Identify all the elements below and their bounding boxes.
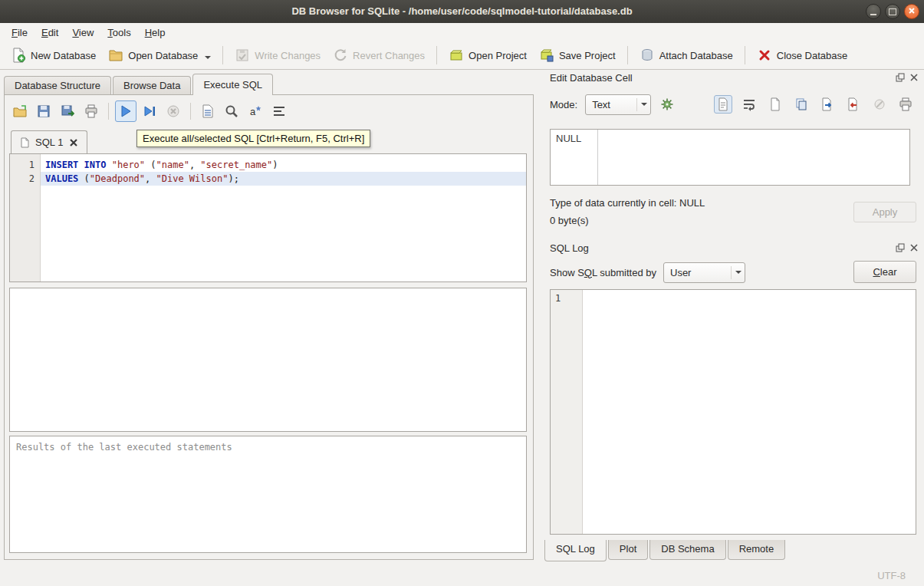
submitted-by-select[interactable]: User [663,262,745,283]
main-toolbar: New Database Open Database Write Changes… [0,41,924,70]
export-content-button[interactable] [844,95,863,114]
print-sql-button[interactable] [81,100,102,122]
toolbar-separator [745,46,745,64]
open-database-icon [108,48,123,63]
print-icon [899,97,912,111]
find-replace-button[interactable] [221,100,242,122]
log-content [583,290,916,534]
open-database-dropdown-icon[interactable] [205,56,211,59]
sql-document-icon [19,137,30,148]
menu-view[interactable]: View [65,25,100,41]
copy-button[interactable] [792,95,811,114]
word-wrap-button[interactable] [740,95,758,114]
attach-database-button[interactable]: Attach Database [633,44,739,67]
mode-select[interactable]: Text [585,94,651,115]
clear-log-button[interactable]: Clear [853,261,916,283]
maximize-button[interactable] [885,4,900,19]
blank-document-icon [768,97,782,111]
save-sql-file-button[interactable] [33,100,54,122]
edit-cell-toolbar [714,95,915,114]
tab-database-structure[interactable]: Database Structure [4,76,111,95]
window-controls [866,4,919,19]
attach-database-icon [640,48,655,63]
svg-text:a: a [250,106,256,117]
edit-cell-close-button[interactable] [909,72,919,83]
open-project-button[interactable]: Open Project [442,44,533,67]
stop-execution-icon [166,104,180,118]
line-number: 2 [10,172,40,186]
execute-current-line-button[interactable] [139,100,160,122]
sql-log-title: SQL Log [550,242,892,254]
format-sql-button[interactable] [268,100,290,122]
execute-sql-page: a SQL 1 1 2 INSERT INTO " [4,94,534,560]
revert-changes-button: Revert Changes [327,44,431,67]
open-project-icon [449,48,464,63]
right-panel: Edit Database Cell Mode: Text [541,69,924,568]
menu-tools[interactable]: Tools [100,25,137,41]
export-icon [847,97,860,111]
app-window: DB Browser for SQLite - /home/user/code/… [0,0,924,586]
print-cell-button[interactable] [896,95,915,114]
auto-complete-button[interactable]: a [245,100,266,122]
dock-tab-remote[interactable]: Remote [728,540,786,560]
code-line-2: VALUES ("Deadpond", "Dive Wilson"); [41,172,526,186]
execute-tooltip: Execute all/selected SQL [Ctrl+Return, F… [136,130,370,147]
window-title: DB Browser for SQLite - /home/user/code/… [0,0,924,23]
toolbar-separator [190,103,191,120]
write-changes-button: Write Changes [229,44,327,67]
dock-tab-db-schema[interactable]: DB Schema [649,540,725,560]
sql-document-tab[interactable]: SQL 1 [11,130,87,153]
format-sql-icon [272,104,286,118]
save-project-button[interactable]: Save Project [533,44,622,67]
cell-size-info: 0 byte(s) [550,215,589,226]
menubar: File Edit View Tools Help [0,23,924,41]
menu-file[interactable]: File [5,25,35,41]
import-content-button[interactable] [818,95,837,114]
open-database-button[interactable]: Open Database [102,44,217,67]
results-message-area: Results of the last executed statements [9,436,527,553]
new-database-button[interactable]: New Database [5,44,102,67]
copy-icon [794,97,808,111]
dock-tab-plot[interactable]: Plot [608,540,648,560]
close-database-button[interactable]: Close Database [751,44,854,67]
sql-code-area[interactable]: INSERT INTO "hero" ("name", "secret_name… [41,154,526,281]
apply-button: Apply [853,202,916,222]
revert-changes-icon [333,48,348,63]
edit-cell-dock-header: Edit Database Cell [550,71,919,84]
toolbar-separator [436,46,437,64]
tab-execute-sql[interactable]: Execute SQL [192,74,273,95]
text-mode-button[interactable] [714,95,732,114]
open-sql-file-button[interactable] [9,100,31,122]
execute-all-button[interactable] [115,100,136,122]
cell-edit-area[interactable] [598,130,909,185]
edit-cell-float-button[interactable] [895,72,906,83]
dock-tab-sql-log[interactable]: SQL Log [544,540,607,561]
save-sql-file-as-button[interactable] [57,100,78,122]
minimize-button[interactable] [866,4,881,19]
results-grid [9,288,527,432]
cell-settings-button[interactable] [657,94,677,114]
log-line-number: 1 [555,293,561,304]
sql-toolbar: a [9,100,290,123]
open-sql-file-icon [13,104,27,118]
sql-log-view: 1 [550,289,916,535]
sql-log-float-button[interactable] [895,242,906,253]
titlebar: DB Browser for SQLite - /home/user/code/… [0,0,924,24]
close-database-icon [757,48,772,63]
save-sql-file-as-icon [61,104,74,118]
close-tab-icon[interactable] [68,137,79,148]
menu-help[interactable]: Help [138,25,173,41]
cell-value-editor[interactable]: NULL [550,129,910,186]
close-button[interactable] [904,4,919,19]
menu-edit[interactable]: Edit [35,25,65,41]
sql-editor[interactable]: 1 2 INSERT INTO "hero" ("name", "secret_… [9,153,527,282]
mode-selected-value: Text [586,99,636,110]
new-content-button[interactable] [766,95,784,114]
tab-browse-data[interactable]: Browse Data [113,76,191,95]
write-changes-icon [235,48,250,63]
stop-execution-button [163,100,184,122]
save-project-icon [539,48,554,63]
sql-log-close-button[interactable] [909,242,919,253]
toolbar-separator [108,103,109,120]
save-results-button[interactable] [197,100,219,122]
